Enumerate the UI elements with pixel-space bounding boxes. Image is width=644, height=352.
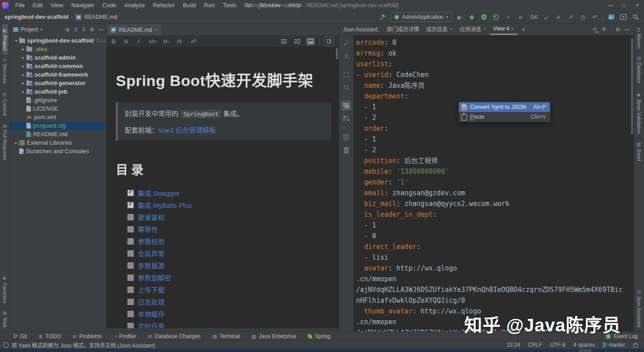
link-icon[interactable] bbox=[191, 38, 197, 45]
toc-link[interactable]: 本地缓存 bbox=[138, 309, 165, 318]
magic-wand-icon[interactable] bbox=[341, 38, 351, 48]
tool-stripe-json-assistant[interactable]: ⊡Json Assistant bbox=[636, 286, 642, 331]
toc-link[interactable]: 全局异常 bbox=[138, 249, 165, 258]
project-panel-title[interactable]: Project bbox=[21, 26, 38, 33]
run-with-coverage-button[interactable] bbox=[480, 13, 488, 21]
structure-dots-icon[interactable] bbox=[341, 69, 351, 79]
minimize-button[interactable]: — bbox=[604, 0, 617, 11]
lock-icon[interactable] bbox=[633, 344, 638, 348]
split-view-icon[interactable] bbox=[292, 37, 301, 46]
toc-link[interactable]: 登录鉴权 bbox=[138, 212, 165, 222]
tree-item-external-libraries[interactable]: ▸External Libraries bbox=[10, 138, 106, 147]
menu-tools[interactable]: Tools bbox=[219, 0, 240, 11]
tool-stripe-favorites[interactable]: ★Favorites bbox=[2, 271, 8, 307]
toolwindow-button-terminal[interactable]: ▤Terminal bbox=[212, 333, 240, 339]
context-menu-item-convert-yaml-to-json[interactable]: YMLConvert Yaml to JSONAlt+P bbox=[459, 102, 550, 112]
yaml-editor[interactable]: errcode: 0errmsg: okuserlist:- userid: C… bbox=[354, 35, 634, 331]
close-tab-icon[interactable]: × bbox=[483, 26, 486, 31]
toolwindow-button-todo[interactable]: ≣TODO bbox=[38, 333, 61, 339]
tree-item-springboot-dev-scaffold[interactable]: ▾springboot-dev-scaffoldD:\JavaE bbox=[10, 36, 106, 45]
toolwindow-button-database-changes[interactable]: ⊟Database Changes bbox=[148, 333, 201, 339]
toc-link[interactable]: 集成 Swagger bbox=[138, 188, 179, 197]
editor-scrollbar[interactable] bbox=[336, 48, 338, 60]
menu-code[interactable]: Code bbox=[98, 0, 120, 11]
run-button[interactable]: ▶ bbox=[456, 13, 464, 21]
stop-button[interactable]: ■ bbox=[516, 13, 524, 21]
chevron-right-icon[interactable]: ▸ bbox=[20, 47, 26, 52]
build-hammer-icon[interactable] bbox=[378, 13, 386, 21]
tree-item-proguard-cfg[interactable]: proguard.cfg bbox=[10, 121, 106, 130]
ja-tab-view-4[interactable]: View 4× bbox=[490, 24, 518, 35]
close-tab-icon[interactable]: × bbox=[450, 26, 453, 31]
convert-arrows-icon[interactable] bbox=[341, 51, 351, 61]
ja-tab-成员信息[interactable]: 成员信息× bbox=[423, 24, 456, 35]
search-icon[interactable] bbox=[341, 82, 351, 92]
git-history-clock-icon[interactable]: ◷ bbox=[579, 13, 587, 21]
chevron-down-icon[interactable]: ▾ bbox=[40, 27, 42, 32]
toc-link[interactable]: 多数据源 bbox=[138, 261, 165, 270]
toc-link[interactable]: 集成 MyBatis Plus bbox=[138, 200, 192, 210]
locate-file-icon[interactable]: ⊕ bbox=[65, 26, 70, 33]
toolwindow-button-java-enterprise[interactable]: ▥Java Enterprise bbox=[251, 333, 296, 339]
run-configuration-selector[interactable]: AdminApplication ▾ bbox=[390, 12, 452, 22]
toc-link[interactable]: 定时任务 bbox=[138, 321, 165, 328]
menu-navigate[interactable]: Navigate bbox=[67, 0, 98, 11]
tool-stripe-web[interactable]: ⊛Web bbox=[2, 307, 8, 331]
toc-link[interactable]: 幂等性 bbox=[138, 224, 158, 234]
collapse-all-icon[interactable]: ↧ bbox=[81, 26, 86, 33]
auto-scroll-icon[interactable] bbox=[324, 37, 334, 46]
rollback-button[interactable]: ↶ bbox=[591, 13, 599, 21]
toolwindow-button-problems[interactable]: ⊘Problems bbox=[72, 333, 102, 339]
save-icon[interactable] bbox=[341, 132, 351, 142]
menu-build[interactable]: Build bbox=[179, 0, 200, 11]
blue-window-icon[interactable] bbox=[607, 13, 615, 21]
tree-item-scaffold-job[interactable]: ▸scaffold-job bbox=[10, 87, 106, 96]
preview-window-icon[interactable] bbox=[619, 13, 627, 21]
chevron-right-icon[interactable]: ▸ bbox=[20, 64, 26, 69]
git-push-button[interactable]: ↗ bbox=[567, 13, 575, 21]
git-commit-button[interactable]: ✔ bbox=[555, 13, 563, 21]
toolwindow-button-spring[interactable]: Spring bbox=[308, 333, 330, 339]
hide-panel-icon[interactable]: — bbox=[98, 26, 103, 33]
hide-panel-icon[interactable]: — bbox=[625, 26, 630, 33]
menu-refactor[interactable]: Refactor bbox=[149, 0, 179, 11]
line-separator[interactable]: CRLF bbox=[528, 342, 542, 348]
ja-tab-应用消息[interactable]: 应用消息× bbox=[456, 24, 490, 35]
tree-item-pom-xml[interactable]: mpom.xml bbox=[10, 113, 106, 121]
indent-style[interactable]: 4 spaces bbox=[573, 342, 595, 348]
toc-link[interactable]: 参数校验 bbox=[138, 236, 165, 246]
close-tab-icon[interactable]: × bbox=[155, 27, 157, 33]
gear-icon[interactable]: ⚙ bbox=[89, 26, 94, 33]
tree-item-readme-md[interactable]: README.md bbox=[10, 130, 106, 138]
chevron-right-icon[interactable]: ▸ bbox=[20, 89, 26, 94]
tool-stripe-structure[interactable]: ≡Structure bbox=[2, 55, 8, 87]
tool-stripe-commit[interactable]: ◎Commit bbox=[2, 87, 8, 120]
menu-file[interactable]: File bbox=[11, 0, 29, 11]
chevron-right-icon[interactable]: ▸ bbox=[13, 140, 19, 145]
breadcrumb-project[interactable]: springboot-dev-scaffold bbox=[4, 14, 68, 20]
chevron-right-icon[interactable]: ▸ bbox=[20, 72, 26, 77]
tool-stripe-database[interactable]: ⊟Database bbox=[636, 52, 642, 87]
wrap-lines-icon[interactable] bbox=[341, 101, 351, 111]
json-assistant-scrollbar[interactable] bbox=[631, 38, 633, 134]
chevron-right-icon[interactable]: ▸ bbox=[20, 55, 26, 60]
file-encoding[interactable]: UTF-8 bbox=[550, 342, 565, 348]
close-tab-icon[interactable]: × bbox=[512, 26, 514, 31]
maximize-button[interactable]: □ bbox=[617, 0, 631, 11]
toc-link[interactable]: 上传下载 bbox=[138, 285, 165, 294]
search-everywhere-icon[interactable] bbox=[631, 13, 640, 21]
toc-link[interactable]: 日志处理 bbox=[138, 297, 165, 306]
menu-view[interactable]: View bbox=[47, 0, 67, 11]
tool-stripe-read[interactable]: ▥Read bbox=[636, 137, 642, 165]
tree-item-license[interactable]: LICENSE bbox=[10, 104, 106, 113]
tree-item-idea[interactable]: ▸.idea bbox=[10, 45, 106, 53]
menu-edit[interactable]: Edit bbox=[29, 0, 47, 11]
profiler-chevron-icon[interactable]: ▾ bbox=[504, 13, 512, 21]
tree-item-scaffold-admin[interactable]: ▸scaffold-admin bbox=[10, 53, 106, 62]
code-icon[interactable]: </> bbox=[148, 39, 156, 45]
breadcrumb-file[interactable]: README.md bbox=[84, 14, 117, 20]
italic-icon[interactable]: I bbox=[136, 38, 141, 45]
preview-only-view-icon[interactable] bbox=[306, 37, 315, 46]
git-update-button[interactable]: ↙ bbox=[542, 13, 551, 21]
toolwindow-button-git[interactable]: Git bbox=[13, 333, 27, 339]
